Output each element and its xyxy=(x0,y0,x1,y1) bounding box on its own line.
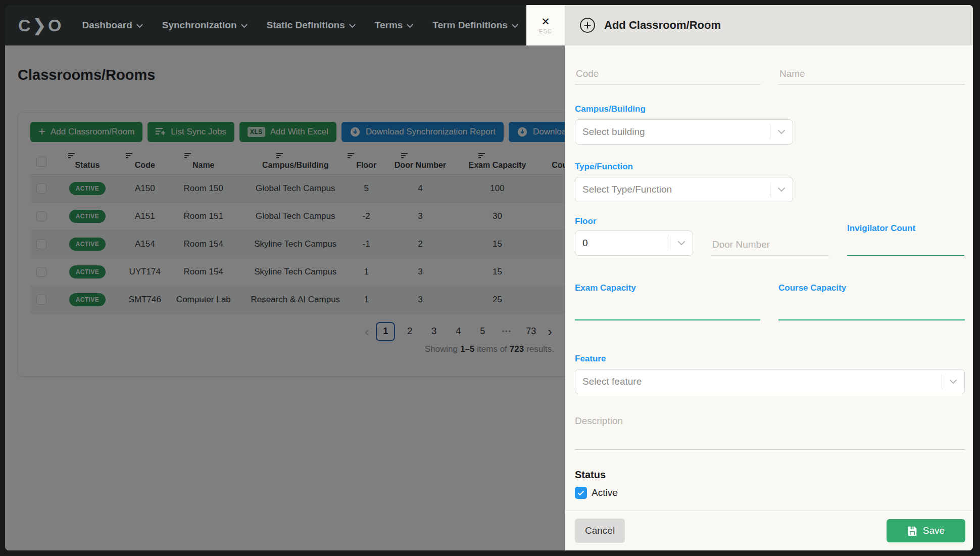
nav-item-label: Dashboard xyxy=(82,20,132,31)
name-field[interactable] xyxy=(778,63,965,85)
exam-capacity-field[interactable] xyxy=(575,298,760,320)
plus-circle-icon xyxy=(579,17,596,34)
cancel-button[interactable]: Cancel xyxy=(575,519,625,543)
chevron-down-icon xyxy=(407,24,413,28)
chevron-down-icon xyxy=(770,187,793,192)
nav-item-label: Terms xyxy=(375,20,403,31)
nav-menu: Dashboard Synchronization Static Definit… xyxy=(82,20,604,31)
drawer-header: Add Classroom/Room xyxy=(565,5,973,45)
type-function-select[interactable]: Select Type/Function xyxy=(575,177,793,202)
type-function-label: Type/Function xyxy=(575,162,965,172)
chevron-down-icon xyxy=(942,379,964,384)
drawer-title: Add Classroom/Room xyxy=(604,19,721,32)
active-checkbox[interactable] xyxy=(575,487,587,499)
nav-item[interactable]: Terms xyxy=(375,20,414,31)
course-capacity-label: Course Capacity xyxy=(778,283,965,293)
check-icon xyxy=(577,490,584,496)
chevron-down-icon xyxy=(512,24,518,28)
feature-label: Feature xyxy=(575,354,965,364)
drawer-close-button[interactable]: ✕ ESC xyxy=(526,5,565,45)
invigilator-count-label: Invigilator Count xyxy=(847,223,964,234)
chevron-down-icon xyxy=(241,24,248,28)
close-icon: ✕ xyxy=(541,16,550,27)
invigilator-count-field[interactable] xyxy=(847,234,964,256)
course-capacity-field[interactable] xyxy=(778,298,965,320)
status-label: Status xyxy=(575,469,965,481)
active-checkbox-label: Active xyxy=(592,487,618,498)
chevron-down-icon xyxy=(349,24,356,28)
drawer-footer: Cancel Save xyxy=(565,510,973,550)
chevron-down-icon xyxy=(136,24,143,28)
door-number-field[interactable] xyxy=(711,234,829,256)
nav-item[interactable]: Term Definitions xyxy=(432,20,518,31)
chevron-down-icon xyxy=(670,241,693,246)
app-logo: C❯O xyxy=(18,15,63,35)
exam-capacity-label: Exam Capacity xyxy=(575,283,760,293)
nav-item[interactable]: Dashboard xyxy=(82,20,143,31)
feature-select[interactable]: Select feature xyxy=(575,369,965,394)
floor-select[interactable]: 0 xyxy=(575,230,693,256)
nav-item[interactable]: Static Definitions xyxy=(267,20,356,31)
campus-building-label: Campus/Building xyxy=(575,104,965,114)
nav-item[interactable]: Synchronization xyxy=(162,20,248,31)
nav-item-label: Synchronization xyxy=(162,20,237,31)
save-button[interactable]: Save xyxy=(887,519,965,542)
nav-item-label: Term Definitions xyxy=(432,20,508,31)
drawer-form: Campus/Building Select building Type/Fun… xyxy=(565,45,973,510)
floor-label: Floor xyxy=(575,216,693,226)
campus-building-select[interactable]: Select building xyxy=(575,119,793,145)
code-field[interactable] xyxy=(575,63,760,85)
nav-item-label: Static Definitions xyxy=(267,20,345,31)
add-classroom-drawer: Add Classroom/Room Campus/Building Selec… xyxy=(565,5,973,550)
description-field[interactable]: Description xyxy=(575,409,965,450)
save-floppy-icon xyxy=(907,526,917,536)
chevron-down-icon xyxy=(770,129,793,134)
